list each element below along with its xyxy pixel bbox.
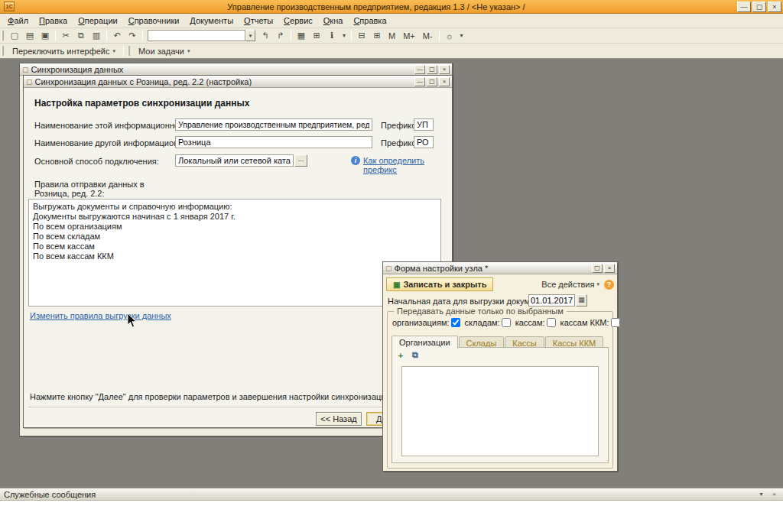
maximize-icon[interactable]: ▢ [427, 77, 437, 86]
all-actions-button[interactable]: Все действия ▾ [541, 280, 599, 289]
other-base-input[interactable] [175, 136, 372, 148]
minimize-icon[interactable]: — [414, 77, 425, 86]
prefix-hint-link[interactable]: Как определить префикс [363, 156, 452, 174]
toolbar-separator [351, 31, 352, 41]
tips-icon[interactable]: ☼ [443, 30, 456, 42]
pick-icon[interactable]: ⧉ [409, 349, 421, 361]
info-icon[interactable]: ℹ [325, 30, 339, 42]
grid-icon[interactable]: ⊞ [370, 30, 384, 42]
toolbar-grip[interactable] [128, 46, 130, 56]
chevron-down-icon: ▾ [187, 48, 190, 54]
filter-item-1[interactable]: складам: [465, 318, 512, 327]
browse-button[interactable]: ... [294, 154, 307, 167]
prefix-label: Префикс: [381, 138, 418, 148]
copy-icon[interactable]: ⧉ [74, 30, 88, 42]
filter-checkbox[interactable] [451, 318, 460, 327]
close-icon[interactable]: × [439, 77, 450, 86]
node-form-titlebar[interactable]: ▢ Форма настройки узла * ▢ × [383, 262, 617, 274]
help-icon[interactable]: ? [604, 280, 614, 290]
menu-item-6[interactable]: Сервис [278, 15, 318, 27]
calendar-picker-icon[interactable]: ▦ [576, 294, 587, 307]
tips-dropdown-icon[interactable]: ▾ [458, 30, 466, 42]
memory-button[interactable]: М [385, 31, 398, 41]
messages-panel-header[interactable]: Служебные сообщения ▾ × [0, 488, 783, 501]
organizations-list[interactable] [401, 366, 599, 456]
filter-label: складам: [465, 318, 500, 327]
filter-checkbox[interactable] [611, 318, 620, 327]
rules-line: Выгружать документы и справочную информа… [33, 202, 437, 212]
quick-search-dropdown-icon[interactable]: ▾ [245, 30, 255, 41]
wizard-titlebar[interactable]: ▢ Синхронизация данных с Розница, ред. 2… [24, 76, 452, 88]
connection-input[interactable] [175, 154, 294, 167]
close-icon[interactable]: × [439, 65, 450, 74]
menu-item-7[interactable]: Окна [318, 15, 349, 27]
messages-panel-title: Служебные сообщения [4, 490, 96, 499]
close-icon[interactable]: × [768, 2, 781, 12]
add-icon[interactable]: + [395, 349, 407, 361]
wizard-title: Синхронизация данных с Розница, ред. 2.2… [35, 77, 413, 86]
toolbar-separator [106, 31, 107, 41]
filter-checkbox[interactable] [547, 318, 556, 327]
cut-icon[interactable]: ✂ [59, 30, 73, 42]
this-base-prefix-input[interactable] [414, 118, 434, 131]
filter-item-2[interactable]: кассам: [515, 318, 557, 327]
minimize-icon[interactable]: — [414, 65, 425, 74]
save-icon[interactable]: ▣ [38, 30, 52, 42]
connection-label: Основной способ подключения: [34, 157, 159, 166]
change-rules-link[interactable]: Изменить правила выгрузки данных [30, 311, 171, 320]
save-and-close-button[interactable]: ▣ Записать и закрыть [386, 277, 493, 291]
other-base-prefix-input[interactable] [414, 136, 434, 148]
secondary-toolbar: Переключить интерфейс ▾ Мои задачи ▾ [0, 44, 783, 59]
menu-item-2[interactable]: Операции [73, 15, 122, 27]
filter-item-3[interactable]: кассам ККМ: [560, 318, 622, 327]
rules-line: По всем кассам ККМ [33, 251, 437, 261]
my-tasks-button[interactable]: Мои задачи ▾ [133, 45, 195, 57]
calculator-icon[interactable]: ▦ [294, 30, 308, 42]
quick-search-input[interactable] [148, 30, 245, 41]
find-prev-icon[interactable]: ↰ [258, 30, 272, 42]
new-document-icon[interactable]: ▢ [8, 30, 21, 42]
tab-0[interactable]: Организации [392, 336, 458, 349]
sync-window-titlebar[interactable]: ▢ Синхронизация данных — ▢ × [20, 63, 452, 76]
filter-item-0[interactable]: организациям: [392, 318, 462, 327]
rules-label-line1: Правила отправки данных в [34, 180, 145, 189]
back-button[interactable]: << Назад [316, 412, 362, 426]
toolbar-separator [123, 46, 124, 57]
maximize-icon[interactable]: ▢ [427, 65, 437, 74]
minimize-icon[interactable]: — [737, 2, 751, 12]
collapse-icon[interactable]: ▾ [756, 489, 766, 499]
messages-panel-icons: ▾ × [756, 489, 779, 499]
menu-item-1[interactable]: Правка [34, 15, 73, 27]
wizard-heading: Настройка параметров синхронизации данны… [34, 98, 249, 109]
memory-plus-button[interactable]: М+ [400, 31, 418, 41]
memory-minus-button[interactable]: М- [420, 31, 436, 41]
redo-icon[interactable]: ↷ [125, 30, 139, 42]
maximize-icon[interactable]: ▢ [592, 264, 603, 273]
this-base-input[interactable] [175, 118, 372, 131]
toolbar-grip[interactable] [2, 46, 4, 56]
menu-item-5[interactable]: Отчеты [239, 15, 278, 27]
undo-icon[interactable]: ↶ [110, 30, 124, 42]
app-titlebar[interactable]: 1С Управление производственным предприят… [0, 0, 783, 14]
menu-item-3[interactable]: Справочники [123, 15, 185, 27]
menu-item-8[interactable]: Справка [348, 15, 392, 27]
close-icon[interactable]: × [604, 264, 615, 273]
table-icon[interactable]: ⊟ [355, 30, 369, 42]
menu-item-4[interactable]: Документы [184, 15, 239, 27]
messages-panel-body [0, 501, 783, 532]
maximize-icon[interactable]: ▢ [752, 2, 766, 12]
toolbar-separator [291, 31, 291, 41]
paste-icon[interactable]: ▥ [89, 30, 103, 42]
switch-interface-button[interactable]: Переключить интерфейс ▾ [7, 45, 121, 57]
start-date-input[interactable] [528, 294, 575, 307]
save-and-close-label: Записать и закрыть [403, 280, 486, 289]
calendar-icon[interactable]: ⊞ [310, 30, 323, 42]
menu-item-0[interactable]: Файл [2, 15, 34, 27]
find-next-icon[interactable]: ↱ [274, 30, 288, 42]
toolbar-grip[interactable] [2, 31, 4, 41]
open-icon[interactable]: ▤ [23, 30, 37, 42]
filter-checkbox[interactable] [502, 318, 511, 327]
close-icon[interactable]: × [769, 489, 779, 499]
filter-group: Передавать данные только по выбранным ор… [387, 311, 613, 469]
info-dropdown-icon[interactable]: ▾ [340, 30, 348, 42]
